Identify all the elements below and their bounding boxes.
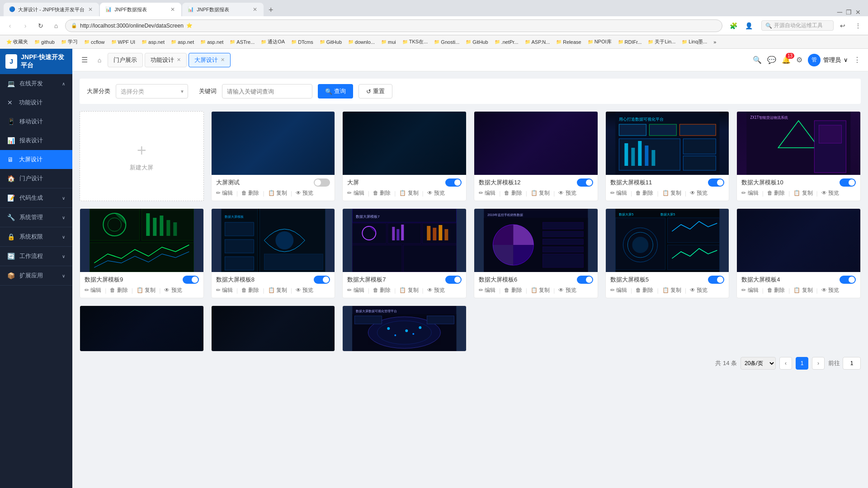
copy-action-11[interactable]: 📋 复制 — [793, 286, 812, 294]
preview-action-4[interactable]: 👁 预览 — [690, 189, 708, 197]
bookmark-aspnet3[interactable]: 📁asp.net — [198, 38, 226, 46]
edit-action-2[interactable]: ✏ 编辑 — [347, 189, 364, 197]
delete-action-6[interactable]: 🗑 删除 — [110, 286, 127, 294]
bookmark-linux[interactable]: 📁关于Lin... — [645, 38, 678, 46]
reset-button[interactable]: ↺ 重置 — [359, 84, 392, 99]
copy-action-8[interactable]: 📋 复制 — [399, 286, 418, 294]
bookmark-aspn[interactable]: 📁ASP.N... — [522, 38, 553, 46]
toggle-2[interactable] — [445, 178, 462, 187]
delete-action-9[interactable]: 🗑 删除 — [504, 286, 522, 294]
preview-action-8[interactable]: 👁 预览 — [427, 286, 445, 294]
search-nav-icon[interactable]: 🔍 — [753, 56, 762, 64]
copy-action-3[interactable]: 📋 复制 — [531, 189, 550, 197]
bookmark-aspnet2[interactable]: 📁asp.net — [168, 38, 197, 46]
copy-action-5[interactable]: 📋 复制 — [793, 189, 812, 197]
forward-button[interactable]: › — [19, 19, 32, 32]
sidebar-item-sys-auth[interactable]: 🔒 系统权限 ∨ — [0, 227, 72, 246]
edit-action-11[interactable]: ✏ 编辑 — [741, 286, 758, 294]
edit-action-3[interactable]: ✏ 编辑 — [479, 189, 495, 197]
copy-action-9[interactable]: 📋 复制 — [531, 286, 550, 294]
breadcrumb-screen-close[interactable]: ✕ — [221, 57, 225, 63]
bookmark-github2[interactable]: 📁GitHub — [317, 38, 344, 46]
edit-action-8[interactable]: ✏ 编辑 — [347, 286, 364, 294]
sidebar-item-code-gen[interactable]: 📝 代码生成 ∨ — [0, 188, 72, 207]
tab-close-2[interactable]: ✕ — [170, 5, 176, 14]
edit-action-10[interactable]: ✏ 编辑 — [610, 286, 627, 294]
page-1-button[interactable]: 1 — [796, 357, 808, 370]
profile-button[interactable]: 👤 — [742, 19, 755, 32]
bookmark-github3[interactable]: 📁GitHub — [463, 38, 491, 46]
category-select[interactable]: 选择分类 — [116, 84, 188, 99]
back-button[interactable]: ‹ — [4, 19, 16, 32]
bookmark-download[interactable]: 📁downlo... — [345, 38, 377, 46]
bookmark-wpf[interactable]: 📁WPF UI — [108, 38, 138, 46]
delete-action-8[interactable]: 🗑 删除 — [373, 286, 391, 294]
bell-nav-icon[interactable]: 🔔 13 — [782, 56, 791, 64]
preview-action-2[interactable]: 👁 预览 — [427, 189, 445, 197]
toggle-5[interactable] — [840, 178, 856, 187]
delete-action-2[interactable]: 🗑 删除 — [373, 189, 391, 197]
breadcrumb-tab-func[interactable]: 功能设计 ✕ — [145, 53, 187, 67]
toggle-8[interactable] — [445, 276, 462, 284]
edit-action-9[interactable]: ✏ 编辑 — [479, 286, 495, 294]
delete-action-7[interactable]: 🗑 删除 — [241, 286, 259, 294]
copy-action-10[interactable]: 📋 复制 — [662, 286, 681, 294]
next-page-button[interactable]: › — [812, 357, 825, 370]
home-button[interactable]: ⌂ — [50, 19, 62, 32]
page-size-select[interactable]: 20条/页 50条/页 100条/页 — [741, 357, 776, 370]
edit-action-4[interactable]: ✏ 编辑 — [610, 189, 627, 197]
prev-page-button[interactable]: ‹ — [779, 357, 792, 370]
bookmark-dtcms[interactable]: 📁DTcms — [288, 38, 316, 46]
bookmark-linq[interactable]: 📁Linq墨... — [679, 38, 710, 46]
bookmark-rdifr[interactable]: 📁RDIFr... — [615, 38, 645, 46]
sidebar-item-sys-manage[interactable]: 🔧 系统管理 ∨ — [0, 208, 72, 227]
tab-close-1[interactable]: ✕ — [87, 5, 94, 14]
bookmark-npoi[interactable]: 📁NPOI库 — [585, 38, 614, 46]
undo-button[interactable]: ↩ — [836, 19, 849, 32]
toggle-1[interactable] — [314, 178, 330, 187]
bookmark-tongda[interactable]: 📁通达OA — [258, 38, 288, 46]
address-input[interactable]: 🔒 http://localhost:3000/onlineDev/dataSc… — [65, 19, 722, 32]
bookmark-favorites[interactable]: ⭐ 收藏夹 — [4, 38, 31, 46]
sidebar-item-workflow[interactable]: 🔄 工作流程 ∨ — [0, 247, 72, 266]
sidebar-toggle-button[interactable]: ☰ — [80, 54, 90, 66]
preview-action-1[interactable]: 👁 预览 — [296, 189, 313, 197]
search-box[interactable]: 🔍 开源自动化运维工具 — [761, 20, 834, 31]
breadcrumb-tab-portal[interactable]: 门户展示 — [108, 53, 143, 67]
more-nav-icon[interactable]: ⋮ — [854, 56, 861, 64]
bookmark-tks[interactable]: 📁TKS在... — [400, 38, 431, 46]
sidebar-item-screen-design[interactable]: 🖥 大屏设计 — [0, 150, 72, 169]
new-tab-button[interactable]: + — [264, 4, 277, 16]
toggle-11[interactable] — [840, 276, 856, 284]
sidebar-item-portal-design[interactable]: 🏠 门户设计 — [0, 169, 72, 188]
delete-action-3[interactable]: 🗑 删除 — [504, 189, 522, 197]
edit-action-5[interactable]: ✏ 编辑 — [741, 189, 758, 197]
bookmark-aspnet1[interactable]: 📁asp.net — [139, 38, 167, 46]
browser-tab-3[interactable]: 📊 JNPF数据报表 ✕ — [182, 3, 264, 16]
minimize-button[interactable]: ─ — [837, 8, 842, 16]
bookmark-gnostic[interactable]: 📁Gnosti... — [431, 38, 462, 46]
bookmark-ccflow[interactable]: 📁ccflow — [81, 38, 108, 46]
toggle-9[interactable] — [577, 276, 593, 284]
delete-action-5[interactable]: 🗑 删除 — [767, 189, 785, 197]
toggle-10[interactable] — [708, 276, 724, 284]
preview-action-3[interactable]: 👁 预览 — [558, 189, 576, 197]
bookmark-study[interactable]: 📁学习 — [58, 38, 80, 46]
copy-action-7[interactable]: 📋 复制 — [268, 286, 287, 294]
breadcrumb-tab-screen[interactable]: 大屏设计 ✕ — [189, 53, 231, 67]
bookmark-astre[interactable]: 📁ASTre... — [227, 38, 257, 46]
bookmark-mui[interactable]: 📁mui — [378, 38, 399, 46]
delete-action-11[interactable]: 🗑 删除 — [767, 286, 785, 294]
refresh-button[interactable]: ↻ — [34, 19, 47, 32]
toggle-7[interactable] — [314, 276, 330, 284]
browser-tab-1[interactable]: 🔵 大屏设计 - JNPF快速开发平台 ✕ — [4, 3, 99, 16]
breadcrumb-home-button[interactable]: ⌂ — [93, 54, 106, 66]
preview-action-10[interactable]: 👁 预览 — [690, 286, 708, 294]
toggle-3[interactable] — [577, 178, 593, 187]
settings-nav-icon[interactable]: ⚙ — [796, 56, 802, 64]
toggle-4[interactable] — [708, 178, 724, 187]
edit-action-1[interactable]: ✏ 编辑 — [216, 189, 233, 197]
copy-action-1[interactable]: 📋 复制 — [268, 189, 287, 197]
chat-nav-icon[interactable]: 💬 — [767, 56, 776, 64]
goto-input[interactable] — [843, 357, 861, 370]
